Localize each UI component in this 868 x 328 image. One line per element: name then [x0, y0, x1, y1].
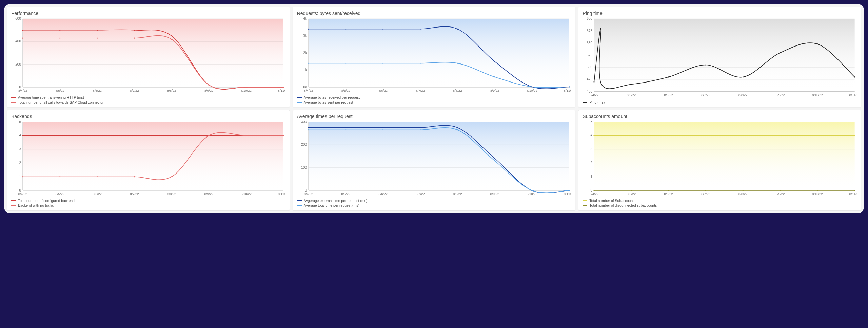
legend: Avgerage external time per request (ms)A…: [297, 199, 571, 207]
svg-text:300: 300: [301, 121, 307, 124]
legend-swatch-icon: [297, 200, 302, 201]
legend-item: Avgerage external time per request (ms): [297, 199, 571, 203]
svg-text:8/7/22: 8/7/22: [130, 89, 139, 92]
svg-text:8/8/22: 8/8/22: [738, 192, 747, 196]
svg-point-205: [631, 135, 632, 136]
svg-text:8/11/22: 8/11/22: [564, 89, 571, 92]
svg-text:1k: 1k: [303, 68, 307, 72]
legend-label: Average bytes received per request: [304, 95, 360, 99]
svg-point-97: [594, 81, 595, 82]
legend-item: Total number of all calls towards SAP Cl…: [11, 100, 285, 104]
svg-point-64: [308, 63, 309, 64]
chart-ping: 4504755005255505756008/4/228/5/228/6/228…: [583, 17, 857, 98]
legend-swatch-icon: [297, 102, 302, 103]
legend-swatch-icon: [297, 97, 302, 98]
svg-point-216: [743, 190, 744, 191]
svg-text:8/11/22: 8/11/22: [278, 89, 285, 92]
svg-point-21: [97, 30, 98, 31]
svg-point-70: [531, 86, 532, 87]
legend-item: Total number of Subaccounts: [583, 199, 857, 203]
svg-point-23: [171, 35, 172, 36]
legend-label: Average time spent answering HTTP (ms): [18, 95, 84, 99]
svg-text:2: 2: [19, 161, 21, 165]
svg-point-131: [59, 135, 60, 136]
legend-item: Backend with no traffic: [11, 203, 285, 207]
svg-point-20: [59, 30, 60, 31]
legend-label: Total number of disconnected subaccounts: [589, 203, 657, 207]
svg-text:3: 3: [591, 147, 593, 151]
legend: Average bytes received per requestAverag…: [297, 95, 571, 104]
svg-point-71: [569, 86, 570, 87]
svg-point-68: [457, 63, 458, 64]
svg-point-210: [817, 135, 818, 136]
svg-text:8/10/22: 8/10/22: [241, 89, 252, 92]
svg-text:8/5/22: 8/5/22: [56, 89, 64, 92]
svg-point-208: [743, 135, 744, 136]
svg-text:8/5/22: 8/5/22: [627, 93, 636, 97]
panel-ping: Ping time 4504755005255505756008/4/228/5…: [578, 7, 861, 107]
svg-point-141: [134, 176, 135, 177]
svg-text:8/5/22: 8/5/22: [56, 192, 64, 196]
svg-point-106: [854, 76, 855, 77]
legend: Ping (ms): [583, 100, 857, 104]
svg-text:8/8/22: 8/8/22: [167, 192, 176, 196]
svg-point-98: [600, 28, 601, 29]
svg-rect-107: [23, 122, 283, 190]
svg-point-31: [171, 39, 172, 40]
legend-label: Ping (ms): [589, 100, 605, 104]
svg-text:550: 550: [587, 41, 593, 45]
svg-text:5: 5: [591, 121, 593, 124]
legend-label: Total number of all calls towards SAP Cl…: [18, 100, 104, 104]
svg-text:200: 200: [15, 62, 21, 66]
legend-item: Ping (ms): [583, 100, 857, 104]
legend-item: Total number of disconnected subaccounts: [583, 203, 857, 207]
svg-text:8/10/22: 8/10/22: [241, 192, 252, 196]
svg-text:8/10/22: 8/10/22: [812, 192, 823, 196]
svg-text:8/4/22: 8/4/22: [18, 192, 27, 196]
svg-text:8/10/22: 8/10/22: [527, 89, 537, 92]
svg-text:8/10/22: 8/10/22: [812, 93, 823, 97]
svg-text:8/10/22: 8/10/22: [527, 192, 537, 196]
svg-point-67: [419, 63, 420, 64]
svg-point-104: [780, 52, 781, 53]
svg-point-169: [457, 127, 458, 128]
svg-text:8/6/22: 8/6/22: [93, 89, 101, 92]
panel-title: Ping time: [583, 11, 857, 16]
svg-point-212: [594, 190, 595, 191]
svg-text:8/11/22: 8/11/22: [278, 192, 285, 196]
svg-point-174: [345, 129, 346, 130]
svg-point-167: [382, 127, 383, 128]
svg-text:475: 475: [587, 77, 593, 81]
svg-point-32: [208, 85, 209, 86]
svg-text:8/4/22: 8/4/22: [590, 192, 598, 196]
chart-backends: 0123458/4/228/5/228/6/228/7/228/8/228/9/…: [11, 121, 285, 197]
svg-point-66: [382, 63, 383, 64]
svg-point-30: [134, 38, 135, 39]
legend-item: Average bytes received per request: [297, 95, 571, 99]
svg-text:3: 3: [19, 147, 21, 151]
svg-point-166: [345, 127, 346, 128]
legend-label: Total number of configured backends: [18, 199, 76, 203]
panel-backends: Backends 0123458/4/228/5/228/6/228/7/228…: [7, 110, 290, 211]
svg-text:8/4/22: 8/4/22: [590, 93, 598, 97]
svg-point-57: [345, 29, 346, 30]
svg-text:8/9/22: 8/9/22: [490, 89, 499, 92]
svg-text:600: 600: [587, 17, 593, 20]
svg-point-28: [59, 38, 60, 39]
svg-text:2k: 2k: [303, 51, 307, 55]
svg-text:8/7/22: 8/7/22: [702, 93, 710, 97]
svg-point-168: [419, 127, 420, 128]
svg-text:8/9/22: 8/9/22: [204, 192, 213, 196]
svg-text:8/8/22: 8/8/22: [453, 89, 462, 92]
svg-point-101: [668, 76, 669, 77]
svg-point-170: [494, 158, 495, 159]
svg-point-176: [419, 129, 420, 130]
svg-point-214: [668, 190, 669, 191]
panel-requests: Requests: bytes sent/received 0k1k2k3k4k…: [293, 7, 576, 107]
svg-point-213: [631, 190, 632, 191]
svg-text:8/7/22: 8/7/22: [416, 192, 425, 196]
svg-point-206: [668, 135, 669, 136]
svg-text:8/8/22: 8/8/22: [738, 93, 747, 97]
svg-point-142: [171, 176, 172, 177]
svg-point-65: [345, 63, 346, 64]
